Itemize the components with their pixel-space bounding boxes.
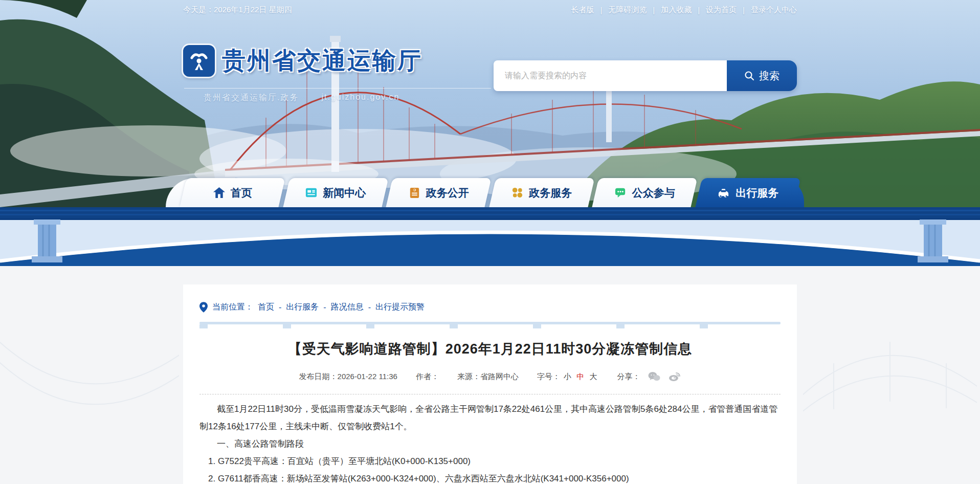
topbar-links: 长者版 | 无障碍浏览 | 加入收藏 | 设为首页 | 登录个人中心 <box>571 5 797 15</box>
publish-date: 发布日期：2026-01-22 11:36 <box>299 372 397 382</box>
gov-open-icon <box>408 186 421 199</box>
wechat-icon[interactable] <box>648 371 660 382</box>
article-meta: 发布日期：2026-01-22 11:36 作者： 来源：省路网中心 字号： 小… <box>199 371 781 382</box>
breadcrumb-item-road-info[interactable]: 路况信息 <box>331 302 364 313</box>
tab-gov-services[interactable]: 政务服务 <box>493 178 591 207</box>
link-add-favorite[interactable]: 加入收藏 <box>661 5 692 15</box>
watermark-sketch <box>803 281 977 435</box>
search-bar: 搜索 <box>494 60 797 91</box>
font-size-small[interactable]: 小 <box>564 372 571 381</box>
location-pin-icon <box>199 302 208 313</box>
breadcrumb-item-travel-alerts[interactable]: 出行提示预警 <box>375 302 425 313</box>
separator: | <box>600 6 602 14</box>
separator: - <box>323 303 326 312</box>
source-label: 来源： <box>457 372 480 381</box>
share-controls: 分享： <box>617 371 681 382</box>
publish-date-value: 2026-01-22 11:36 <box>338 372 397 381</box>
dashed-divider <box>199 394 781 394</box>
paragraph: 截至1月22日11时30分，受低温雨雪凝冻天气影响，全省公路主干网管制17条22… <box>199 401 781 435</box>
site-title: 贵州省交通运输厅 <box>222 45 422 77</box>
tab-news-center[interactable]: 新闻中心 <box>286 178 385 207</box>
gov-services-icon <box>511 186 524 199</box>
bridge-deck-divider <box>199 322 781 328</box>
author: 作者： <box>416 372 439 382</box>
font-size-medium[interactable]: 中 <box>576 372 584 381</box>
breadcrumb-item-travel-services[interactable]: 出行服务 <box>286 302 319 313</box>
news-icon <box>305 186 318 199</box>
source: 来源：省路网中心 <box>457 372 519 382</box>
separator: | <box>653 6 655 14</box>
car-icon <box>717 186 730 200</box>
tab-label: 新闻中心 <box>323 186 366 200</box>
separator: - <box>279 303 281 312</box>
section-heading: 一、高速公路管制路段 <box>199 435 781 453</box>
search-button-label: 搜索 <box>759 69 779 83</box>
topbar: 今天是：2026年1月22日 星期四 长者版 | 无障碍浏览 | 加入收藏 | … <box>183 5 797 15</box>
search-icon <box>744 71 754 81</box>
breadcrumb-item-home[interactable]: 首页 <box>258 302 274 313</box>
tab-travel-services[interactable]: 出行服务 <box>699 178 797 207</box>
content-area: 当前位置： 首页 - 出行服务 - 路况信息 - 出行提示预警 【受天气影响道路… <box>0 266 980 484</box>
tab-gov-open[interactable]: 政务公开 <box>389 178 488 207</box>
brand-subtitle: 贵州省交通运输厅.政务 jt.guizhou.gov.cn <box>204 93 399 103</box>
link-set-homepage[interactable]: 设为首页 <box>706 5 737 15</box>
article-card: 当前位置： 首页 - 出行服务 - 路况信息 - 出行提示预警 【受天气影响道路… <box>183 284 797 484</box>
weibo-icon[interactable] <box>669 371 681 382</box>
link-accessibility[interactable]: 无障碍浏览 <box>608 5 647 15</box>
breadcrumb-label: 当前位置： <box>212 302 253 313</box>
publish-date-label: 发布日期： <box>299 372 338 381</box>
search-button[interactable]: 搜索 <box>727 60 797 91</box>
separator: - <box>368 303 371 312</box>
main-nav: 首页 新闻中心 <box>183 178 797 207</box>
home-icon <box>213 186 226 199</box>
separator: | <box>698 6 700 14</box>
hero-header: 今天是：2026年1月22日 星期四 长者版 | 无障碍浏览 | 加入收藏 | … <box>0 0 980 207</box>
separator: | <box>743 6 745 14</box>
tab-public-participation[interactable]: 公众参与 <box>595 178 694 207</box>
article-body: 截至1月22日11时30分，受低温雨雪凝冻天气影响，全省公路主干网管制17条22… <box>199 401 781 484</box>
font-size-large[interactable]: 大 <box>589 372 597 381</box>
participation-icon <box>614 186 627 199</box>
paragraph: 2. G7611都香高速：新场站至发箐站(K263+000-K324+000)、… <box>199 470 781 484</box>
tab-label: 出行服务 <box>736 186 778 200</box>
tab-label: 公众参与 <box>632 186 675 200</box>
site-logo-icon <box>183 45 215 77</box>
brand-divider <box>184 88 491 89</box>
search-input[interactable] <box>494 60 727 91</box>
paragraph: 1. G7522贵平高速：百宜站（贵平）至平塘北站(K0+000-K135+00… <box>199 453 781 470</box>
link-elder-version[interactable]: 长者版 <box>571 5 594 15</box>
watermark-sketch <box>0 327 179 481</box>
tab-label: 政务公开 <box>426 186 469 200</box>
brand-subtitle-domain: jt.guizhou.gov.cn <box>321 93 399 103</box>
breadcrumb: 当前位置： 首页 - 出行服务 - 路况信息 - 出行提示预警 <box>199 302 781 313</box>
today-date: 今天是：2026年1月22日 星期四 <box>183 5 292 15</box>
source-value: 省路网中心 <box>480 372 519 381</box>
bridge-band-decoration <box>0 207 980 266</box>
author-label: 作者： <box>416 372 439 381</box>
tab-home[interactable]: 首页 <box>183 178 282 207</box>
font-size-control: 字号： 小 中 大 <box>537 372 599 382</box>
article-title: 【受天气影响道路管制】2026年1月22日11时30分凝冻管制信息 <box>199 340 781 358</box>
font-size-label: 字号： <box>537 372 560 381</box>
site-brand[interactable]: 贵州省交通运输厅 <box>183 45 422 77</box>
tab-label: 首页 <box>231 186 252 200</box>
tab-label: 政务服务 <box>529 186 572 200</box>
share-label: 分享： <box>617 372 640 382</box>
brand-subtitle-gov: 贵州省交通运输厅.政务 <box>204 93 299 103</box>
link-login-personal-center[interactable]: 登录个人中心 <box>751 5 797 15</box>
